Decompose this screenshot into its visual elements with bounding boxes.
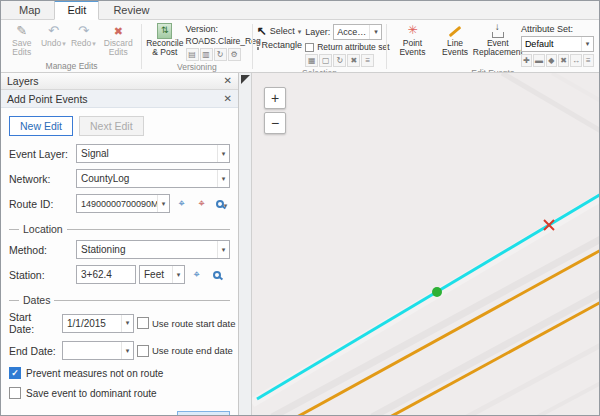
reconcile-post-button[interactable]: Reconcile & Post bbox=[146, 22, 183, 61]
route-id-combo[interactable]: 14900000700090M01 bbox=[76, 194, 170, 213]
redo-dropdown-icon[interactable] bbox=[92, 39, 96, 48]
discard-edits-icon bbox=[114, 23, 123, 39]
save-dominant-row: Save event to dominant route bbox=[9, 387, 230, 399]
select-dropdown-icon[interactable] bbox=[298, 26, 302, 36]
retire-event-icon[interactable]: ◆ bbox=[546, 54, 557, 67]
end-date-dropdown-icon[interactable] bbox=[121, 342, 133, 359]
delete-event-icon[interactable]: ✖ bbox=[558, 54, 569, 67]
method-select[interactable]: Stationing bbox=[76, 240, 230, 259]
select-none-icon[interactable]: ▢ bbox=[319, 54, 332, 67]
version-settings-icon[interactable]: ⚙ bbox=[228, 48, 241, 61]
select-route-on-map-icon[interactable]: ⌖ bbox=[173, 195, 190, 212]
event-layer-select[interactable]: Signal bbox=[76, 144, 230, 163]
version-table-icon[interactable]: ▥ bbox=[200, 48, 213, 61]
use-route-start-date-checkbox[interactable] bbox=[137, 317, 149, 329]
zoom-to-route-button[interactable] bbox=[213, 195, 230, 212]
split-event-icon[interactable]: ▬ bbox=[533, 54, 544, 67]
version-refresh-icon[interactable]: ↻ bbox=[214, 48, 227, 61]
pick-route-icon[interactable]: ⌖ bbox=[193, 195, 210, 212]
network-dropdown-icon[interactable] bbox=[217, 170, 229, 187]
map-canvas bbox=[252, 73, 599, 416]
point-events-icon bbox=[407, 23, 417, 39]
pane-collapse-strip[interactable] bbox=[239, 73, 252, 416]
boundary-line-1[interactable] bbox=[297, 250, 599, 416]
ribbon-tab-strip: Map Edit Review bbox=[1, 1, 599, 20]
event-replacement-icon bbox=[491, 24, 505, 38]
zoom-to-station-button[interactable] bbox=[208, 266, 225, 283]
select-all-icon[interactable]: ▦ bbox=[305, 54, 318, 67]
tab-edit[interactable]: Edit bbox=[54, 0, 99, 20]
method-value: Stationing bbox=[81, 244, 217, 255]
end-date-input[interactable] bbox=[62, 341, 134, 360]
ribbon-separator bbox=[386, 24, 387, 69]
rectangle-tool-button[interactable]: Rectangle bbox=[257, 40, 304, 50]
event-replacement-button[interactable]: Event Replacement bbox=[477, 22, 519, 67]
event-layer-dropdown-icon[interactable] bbox=[217, 145, 229, 162]
redo-icon bbox=[78, 23, 89, 39]
network-value: CountyLog bbox=[81, 173, 217, 184]
zoom-out-button[interactable]: − bbox=[264, 112, 286, 134]
zoom-control: + − bbox=[264, 87, 286, 134]
next-edit-button[interactable]: Next Edit bbox=[79, 116, 144, 136]
pane-close-icon[interactable]: ✕ bbox=[224, 94, 232, 104]
select-cursor-icon bbox=[257, 24, 267, 38]
select-tool-label: Select bbox=[270, 26, 295, 36]
undo-button[interactable]: Undo bbox=[39, 22, 67, 60]
save-dominant-checkbox[interactable] bbox=[9, 387, 21, 399]
station-unit-dropdown-icon[interactable] bbox=[172, 266, 184, 283]
reselect-icon[interactable]: ↻ bbox=[333, 54, 346, 67]
point-events-button[interactable]: Point Events bbox=[391, 22, 433, 67]
pane-header: Add Point Events ✕ bbox=[1, 90, 238, 108]
start-date-label: Start Date: bbox=[9, 311, 59, 335]
station-label: Station: bbox=[9, 269, 73, 281]
return-attribute-set-checkbox[interactable] bbox=[305, 43, 314, 52]
return-attribute-set-row[interactable]: Return attribute set bbox=[305, 42, 382, 52]
next-button[interactable]: Next > bbox=[177, 411, 230, 416]
group-label-manage-edits: Manage Edits bbox=[3, 61, 140, 72]
network-row: Network: CountyLog bbox=[9, 169, 230, 188]
tab-map[interactable]: Map bbox=[7, 2, 52, 19]
selection-options-icon[interactable]: ≡ bbox=[361, 54, 374, 67]
group-versioning: Reconcile & Post Version: ROADS.Claire_R… bbox=[143, 21, 250, 72]
select-tool-button[interactable]: Select bbox=[257, 24, 304, 38]
discard-edits-button[interactable]: Discard Edits bbox=[99, 22, 137, 60]
rectangle-tool-label: Rectangle bbox=[262, 40, 303, 50]
point-event-marker[interactable] bbox=[432, 287, 442, 297]
save-edits-button[interactable]: Save Edits bbox=[6, 22, 37, 60]
start-date-dropdown-icon[interactable] bbox=[121, 315, 133, 332]
add-event-icon[interactable]: ✚ bbox=[521, 54, 532, 67]
layer-select[interactable]: Access_Control bbox=[333, 24, 382, 40]
faint-road bbox=[537, 383, 599, 416]
clear-selection-icon[interactable]: ✖ bbox=[347, 54, 360, 67]
redo-button[interactable]: Redo bbox=[69, 22, 97, 60]
network-select[interactable]: CountyLog bbox=[76, 169, 230, 188]
station-input[interactable]: 3+62.4 bbox=[76, 265, 136, 284]
route-id-dropdown-icon[interactable] bbox=[157, 195, 169, 212]
attribute-set-select[interactable]: Default bbox=[521, 36, 594, 52]
move-event-icon[interactable]: ↔ bbox=[570, 54, 581, 67]
route-id-row: Route ID: 14900000700090M01 ⌖ ⌖ bbox=[9, 194, 230, 213]
undo-icon bbox=[48, 23, 59, 39]
version-list-icon[interactable]: ▤ bbox=[186, 48, 199, 61]
collapse-triangle-icon bbox=[241, 75, 250, 84]
method-dropdown-icon[interactable] bbox=[217, 241, 229, 258]
station-unit-select[interactable]: Feet bbox=[139, 265, 185, 284]
layer-dropdown-icon[interactable] bbox=[369, 25, 381, 39]
new-edit-button[interactable]: New Edit bbox=[9, 116, 73, 136]
start-date-input[interactable]: 1/1/2015 bbox=[62, 314, 134, 333]
prevent-measures-checkbox[interactable] bbox=[9, 367, 21, 379]
use-route-end-date-checkbox[interactable] bbox=[137, 345, 149, 357]
group-edit-events: Point Events Line Events Event Replaceme… bbox=[388, 21, 597, 72]
tab-review[interactable]: Review bbox=[101, 2, 161, 19]
pick-station-on-map-icon[interactable]: ⌖ bbox=[188, 266, 205, 283]
zoom-in-button[interactable]: + bbox=[264, 87, 286, 109]
line-events-button[interactable]: Line Events bbox=[435, 22, 474, 67]
dates-section-header: Dates bbox=[9, 294, 230, 306]
layers-close-icon[interactable]: ✕ bbox=[224, 76, 232, 86]
method-label: Method: bbox=[9, 244, 73, 256]
undo-dropdown-icon[interactable] bbox=[62, 39, 66, 48]
event-options-icon[interactable]: ≡ bbox=[583, 54, 594, 67]
map-view[interactable]: + − bbox=[252, 73, 599, 416]
application-window: Map Edit Review Save Edits Undo Redo bbox=[0, 0, 600, 416]
attribute-set-dropdown-icon[interactable] bbox=[581, 37, 593, 51]
